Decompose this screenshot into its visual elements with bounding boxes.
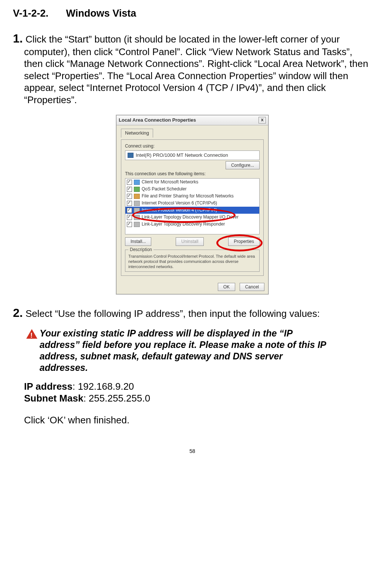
step-1-number: 1. xyxy=(13,32,23,45)
ok-button[interactable]: OK xyxy=(218,283,235,291)
adapter-name: Intel(R) PRO/1000 MT Network Connection xyxy=(136,152,228,158)
warning-text: Your existing static IP address will be … xyxy=(40,328,333,374)
properties-dialog: Local Area Connection Properties x Netwo… xyxy=(116,115,268,294)
uninstall-button: Uninstall xyxy=(176,237,204,246)
items-list[interactable]: Client for Microsoft Networks QoS Packet… xyxy=(125,178,260,234)
list-item: Link-Layer Topology Discovery Responder xyxy=(142,221,225,227)
description-title: Description xyxy=(128,247,153,253)
install-button[interactable]: Install... xyxy=(125,237,151,246)
step-1: 1. Click the “Start” button (it should b… xyxy=(13,31,372,106)
cancel-button[interactable]: Cancel xyxy=(240,283,264,291)
step-2-number: 2. xyxy=(13,306,23,319)
mask-label: Subnet Mask xyxy=(24,393,83,404)
section-number: V-1-2-2. xyxy=(13,8,48,19)
network-info: IP address: 192.168.9.20 Subnet Mask: 25… xyxy=(24,380,372,426)
nic-icon xyxy=(128,153,134,158)
step-2: 2. Select “Use the following IP address”… xyxy=(13,305,372,320)
connect-using-label: Connect using: xyxy=(125,143,260,149)
configure-button[interactable]: Configure... xyxy=(226,161,260,169)
close-icon[interactable]: x xyxy=(258,117,266,123)
screenshot-figure: Local Area Connection Properties x Netwo… xyxy=(13,115,372,294)
properties-button[interactable]: Properties xyxy=(228,237,260,246)
page-number: 58 xyxy=(13,448,372,455)
list-item: Internet Protocol Version 6 (TCP/IPv6) xyxy=(142,200,217,206)
mask-value: : 255.255.255.0 xyxy=(83,393,150,404)
warning-icon xyxy=(26,329,37,339)
list-item: Client for Microsoft Networks xyxy=(142,179,198,185)
section-title: Windows Vista xyxy=(66,8,136,19)
step-2-text: Select “Use the following IP address”, t… xyxy=(26,308,320,319)
list-item-selected: Internet Protocol Version 4 (TCP/IPv4) xyxy=(142,207,217,213)
adapter-field: Intel(R) PRO/1000 MT Network Connection xyxy=(125,150,260,160)
finish-text: Click ‘OK’ when finished. xyxy=(24,414,372,426)
step-1-text: Click the “Start” button (it should be l… xyxy=(24,34,368,105)
list-item: Link-Layer Topology Discovery Mapper I/O… xyxy=(142,214,239,220)
dialog-title: Local Area Connection Properties xyxy=(119,117,196,123)
list-item: File and Printer Sharing for Microsoft N… xyxy=(142,193,234,199)
ip-label: IP address xyxy=(24,381,72,392)
warning-block: Your existing static IP address will be … xyxy=(26,328,333,374)
items-label: This connection uses the following items… xyxy=(125,171,260,177)
description-text: Transmission Control Protocol/Internet P… xyxy=(128,254,256,269)
section-heading: V-1-2-2. Windows Vista xyxy=(13,7,372,20)
tab-networking[interactable]: Networking xyxy=(121,129,153,137)
ip-value: : 192.168.9.20 xyxy=(72,381,134,392)
list-item: QoS Packet Scheduler xyxy=(142,186,186,192)
